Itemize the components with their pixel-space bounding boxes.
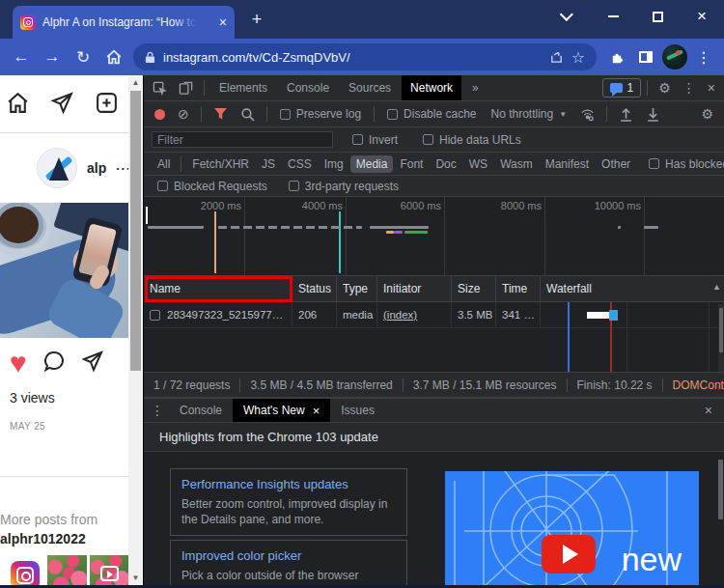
inspect-element-button[interactable] [148, 75, 172, 100]
filter-toggle-button[interactable] [209, 101, 233, 126]
tab-console[interactable]: Console [278, 75, 338, 100]
search-button[interactable] [236, 101, 260, 126]
browser-tab[interactable]: Alphr A on Instagram: “How to E × [13, 6, 235, 39]
column-status[interactable]: Status [292, 276, 337, 301]
tab-network[interactable]: Network [402, 75, 461, 100]
post-thumbnail[interactable] [47, 555, 87, 585]
drawer-tab-issues[interactable]: Issues [330, 399, 385, 422]
lock-icon[interactable] [145, 51, 155, 64]
chip-css[interactable]: CSS [282, 155, 318, 173]
clear-button[interactable]: ⊘ [173, 101, 194, 126]
network-conditions-button[interactable] [575, 101, 599, 126]
scroll-down-icon[interactable]: ▼ [128, 571, 143, 585]
browser-menu-button[interactable]: ⋮ [689, 42, 718, 71]
bookmark-star-button[interactable]: ☆ [571, 48, 585, 67]
hide-data-urls-checkbox[interactable]: Hide data URLs [417, 133, 527, 147]
close-tab-icon[interactable]: × [313, 404, 320, 418]
initiator-link[interactable]: (index) [383, 309, 417, 321]
page-scrollbar[interactable]: ▲ ▼ [128, 75, 143, 585]
throttling-dropdown[interactable]: No throttling ▼ [485, 107, 572, 121]
column-initiator[interactable]: Initiator [377, 276, 452, 301]
chip-manifest[interactable]: Manifest [540, 155, 595, 173]
scroll-up-icon[interactable]: ▲ [712, 282, 721, 292]
chip-js[interactable]: JS [256, 155, 281, 173]
more-tabs-button[interactable]: » [463, 75, 487, 100]
record-button[interactable] [154, 109, 165, 120]
chip-font[interactable]: Font [394, 155, 429, 173]
post-thumbnail[interactable] [5, 555, 44, 585]
network-overview-timeline[interactable]: 2000 ms 4000 ms 6000 ms 8000 ms 10000 ms… [144, 197, 724, 276]
views-count[interactable]: 3 views [0, 382, 128, 406]
column-size[interactable]: Size [452, 276, 496, 301]
extensions-button[interactable] [602, 42, 631, 71]
whats-new-video-thumbnail[interactable]: new [445, 471, 699, 585]
share-button[interactable] [549, 50, 564, 65]
request-initiator-cell[interactable]: (index) [377, 302, 452, 327]
request-name-cell[interactable]: 283497323_5215977… [144, 302, 292, 327]
post-thumbnail[interactable] [90, 555, 129, 585]
messenger-button[interactable] [50, 91, 74, 119]
profile-avatar[interactable] [37, 148, 77, 188]
drawer-close-button[interactable]: × [695, 403, 722, 418]
scroll-up-icon[interactable]: ▲ [128, 75, 143, 90]
url-text[interactable]: instagram.com/tv/Cd-ZsmqDVbV/ [163, 50, 542, 65]
devtools-close-button[interactable]: × [703, 75, 720, 100]
drawer-tab-console[interactable]: Console [169, 399, 233, 422]
tab-sources[interactable]: Sources [340, 75, 400, 100]
address-bar[interactable]: instagram.com/tv/Cd-ZsmqDVbV/ ☆ [133, 43, 597, 70]
column-type[interactable]: Type [337, 276, 377, 301]
new-tab-button[interactable]: + [246, 10, 267, 31]
chip-other[interactable]: Other [596, 155, 636, 173]
checkbox-icon[interactable] [150, 310, 160, 321]
issues-counter[interactable]: 1 [602, 78, 642, 98]
profile-button[interactable] [660, 42, 689, 71]
home-button[interactable] [98, 42, 129, 71]
post-image[interactable] [0, 203, 128, 338]
chip-media[interactable]: Media [350, 155, 394, 173]
column-name[interactable]: Name [144, 276, 292, 301]
has-blocked-cookies-checkbox[interactable]: Has blocked cookies [643, 157, 724, 171]
device-toolbar-button[interactable] [174, 75, 198, 100]
import-har-button[interactable] [614, 101, 638, 126]
drawer-tab-whats-new[interactable]: What's New × [233, 399, 330, 422]
column-time[interactable]: Time [496, 276, 541, 301]
invert-checkbox[interactable]: Invert [347, 133, 404, 147]
chip-fetch-xhr[interactable]: Fetch/XHR [186, 155, 255, 173]
chip-doc[interactable]: Doc [430, 155, 461, 173]
maximize-button[interactable] [635, 0, 680, 33]
card-title-link[interactable]: Improved color picker [181, 548, 396, 563]
request-row[interactable]: 283497323_5215977… 206 media (index) 3.5… [144, 302, 724, 328]
chip-ws[interactable]: WS [463, 155, 493, 173]
tab-elements[interactable]: Elements [210, 75, 276, 100]
chip-all[interactable]: All [152, 155, 176, 173]
home-nav-button[interactable] [6, 91, 30, 119]
disable-cache-checkbox[interactable]: Disable cache [381, 107, 482, 121]
drawer-menu-button[interactable]: ⋮ [146, 399, 169, 422]
minimize-button[interactable] [591, 0, 635, 33]
like-button[interactable]: ♥ [10, 350, 27, 376]
forward-button[interactable]: → [37, 42, 68, 71]
chip-img[interactable]: Img [319, 155, 349, 173]
network-settings-button[interactable]: ⚙ [696, 101, 718, 126]
timeline-handle[interactable] [146, 207, 148, 224]
preserve-log-checkbox[interactable]: Preserve log [274, 107, 367, 121]
blocked-requests-checkbox[interactable]: Blocked Requests [152, 180, 273, 193]
drawer-scrollbar[interactable] [718, 460, 723, 519]
scrollbar-thumb[interactable] [130, 91, 141, 371]
devtools-menu-button[interactable]: ⋮ [678, 75, 701, 100]
post-username[interactable]: alp [87, 160, 106, 176]
scrollbar-thumb[interactable] [719, 308, 723, 352]
share-post-button[interactable] [81, 350, 104, 377]
chip-wasm[interactable]: Wasm [494, 155, 539, 173]
devtools-settings-button[interactable]: ⚙ [654, 75, 676, 100]
close-button[interactable]: × [680, 0, 724, 33]
tab-search-button[interactable] [546, 0, 591, 33]
table-scrollbar[interactable] [718, 304, 724, 372]
third-party-checkbox[interactable]: 3rd-party requests [283, 180, 404, 193]
side-panel-button[interactable] [631, 42, 660, 71]
back-button[interactable]: ← [6, 42, 37, 71]
comment-button[interactable] [42, 350, 66, 377]
more-posts-username[interactable]: alphr1012022 [0, 531, 86, 546]
create-post-button[interactable] [95, 91, 119, 119]
reload-button[interactable]: ↻ [68, 42, 98, 71]
